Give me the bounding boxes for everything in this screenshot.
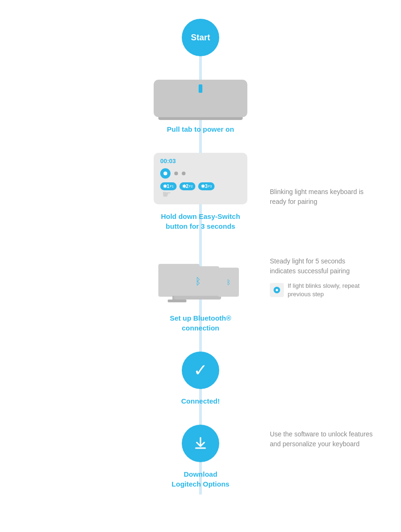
step-download-label: Download Logitech Options [171,469,229,489]
step-easy-switch: 00:03 ✱1F1 ✱2F2 ✱3F3 [0,153,401,240]
hand-icon: ☛ [162,188,171,201]
step-download-center: Download Logitech Options [149,425,252,498]
slow-blink-light [274,287,280,293]
step-power-on: Pull tab to power on [0,80,401,143]
start-step: Start [0,19,401,70]
step-bluetooth-side-note: Steady light for 5 seconds indicates suc… [270,256,373,299]
step-download-side-note: Use the software to unlock features and … [270,429,373,449]
step-bluetooth: ᛒ ᛒ ᛒ Set up Bluetooth® connection St [0,250,401,342]
step-easy-switch-label: Hold down Easy-Switch button for 3 secon… [161,211,240,231]
step-bluetooth-label: Set up Bluetooth® connection [170,313,231,333]
download-circle [182,425,219,462]
tablet-bt-icon: ᛒ [227,278,230,286]
easy-switch-btn-2: ✱2F2 [179,182,196,190]
step-power-on-label: Pull tab to power on [167,124,234,134]
step-connected-label: Connected! [181,396,220,406]
easy-switch-btn-3: ✱3F3 [198,182,215,190]
page-content: Start Pull tab to power on 00:03 ✱1F1 [0,0,401,508]
step-easy-switch-side-note: Blinking light means keyboard is ready f… [270,187,373,207]
bluetooth-illustration: ᛒ ᛒ ᛒ [154,250,247,306]
slow-blink-row: If light blinks slowly, repeat previous … [270,282,373,299]
blinking-light [160,168,171,179]
laptop: ᛒ [177,266,219,297]
download-icon [193,436,208,451]
step-bluetooth-center: ᛒ ᛒ ᛒ Set up Bluetooth® connection [149,250,252,342]
keyboard-illustration [154,80,247,117]
start-circle: Start [182,19,219,56]
pull-tab [199,84,202,93]
step-download: Download Logitech Options Use the softwa… [0,425,401,498]
check-icon: ✓ [193,360,208,380]
check-circle: ✓ [182,352,219,389]
pairing-lights [160,168,186,179]
laptop-base [174,296,221,300]
slow-blink-note: If light blinks slowly, repeat previous … [288,282,373,299]
pairing-timer: 00:03 [160,157,176,165]
light-dot-2 [182,172,186,175]
slow-blink-indicator [270,283,284,297]
tablet: ᛒ [218,268,239,297]
light-dot-1 [174,172,178,175]
laptop-bt-icon: ᛒ [195,276,201,287]
monitor-base [168,300,186,302]
step-connected: ✓ Connected! [0,352,401,415]
start-label: Start [191,33,210,43]
step-easy-switch-center: 00:03 ✱1F1 ✱2F2 ✱3F3 [149,153,252,240]
pairing-illustration: 00:03 ✱1F1 ✱2F2 ✱3F3 [154,153,247,204]
